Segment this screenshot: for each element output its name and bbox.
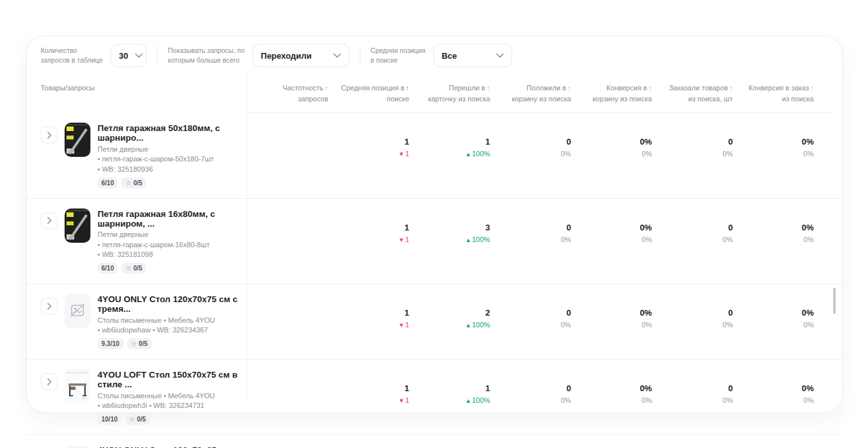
column-header-order-conversion[interactable]: Конверсия в заказ↑из поиска bbox=[733, 83, 814, 104]
metric-cell-avg-position: 1 ▾ 1 bbox=[328, 209, 409, 274]
chevron-right-icon bbox=[47, 378, 52, 385]
chevron-down-icon bbox=[135, 53, 143, 58]
chevron-down-icon bbox=[333, 53, 341, 58]
column-header-frequency[interactable]: Частотность↑запросов bbox=[247, 83, 328, 104]
filter-group-show-by: Показывать запросы, по которым больше вс… bbox=[168, 44, 349, 67]
vertical-scrollbar-thumb[interactable] bbox=[833, 288, 836, 314]
product-category: Столы письменные • Мебель 4YOU bbox=[98, 316, 247, 324]
metric-cell-order-conversion: 0% 0% bbox=[733, 369, 814, 425]
product-cell: Петля гаражная 16x80мм, с шарниром, ... … bbox=[41, 209, 247, 274]
expand-row-button[interactable] bbox=[41, 373, 57, 390]
column-header-cart-conversion[interactable]: Конверсия в↑корзину из поиска bbox=[571, 83, 652, 104]
count-select[interactable]: 30 bbox=[110, 44, 147, 67]
product-thumbnail[interactable] bbox=[65, 123, 90, 157]
sort-arrow-icon: ↑ bbox=[810, 84, 814, 92]
product-thumbnail[interactable] bbox=[65, 209, 90, 243]
metric-cell-frequency bbox=[247, 294, 328, 349]
chevron-right-icon bbox=[47, 303, 52, 310]
metric-cell-cart-conversion: 0% 0% bbox=[571, 123, 652, 188]
product-title[interactable]: 4YOU LOFT Стол 150x70x75 см в стиле ... bbox=[98, 370, 247, 389]
product-category: Петли дверные bbox=[98, 230, 247, 238]
product-thumbnail[interactable] bbox=[65, 445, 90, 448]
metric-cell-card-opens: 2 ▴ 100% bbox=[409, 294, 490, 349]
metric-cell-order-conversion: 0% 0% bbox=[733, 123, 814, 188]
product-info: Петля гаражная 50x180мм, с шарниро... Пе… bbox=[98, 123, 247, 188]
metric-cell-ordered: 0 0% bbox=[652, 123, 732, 188]
hinge-package-image bbox=[65, 209, 90, 243]
metric-cell-cart-conversion: 0% 0% bbox=[571, 294, 652, 349]
metric-cell-frequency bbox=[247, 445, 328, 448]
product-sku: • wb6iudopwh3i • WB: 326234731 bbox=[98, 402, 247, 409]
product-thumbnail[interactable] bbox=[65, 294, 90, 328]
product-badges: 6/10 ☆0/5 bbox=[98, 263, 247, 274]
metric-cell-ordered: 0 0% bbox=[652, 209, 732, 274]
metric-cell-frequency bbox=[247, 369, 328, 425]
column-header-products: Товары/запросы bbox=[41, 83, 247, 104]
table-body: Петля гаражная 50x180мм, с шарниро... Пе… bbox=[26, 113, 842, 448]
star-icon: ☆ bbox=[125, 265, 131, 272]
product-cell: 4YOU LOFT Стол 150x70x75 см в стиле ... … bbox=[41, 369, 247, 425]
filter-avg-position-label: Средняя позиция в поиске bbox=[371, 46, 426, 65]
metric-cell-frequency bbox=[247, 209, 328, 274]
star-icon: ☆ bbox=[129, 416, 135, 423]
no-image-icon bbox=[65, 294, 90, 328]
metric-cell-ordered: 0 0% bbox=[652, 369, 732, 425]
hinge-package-image bbox=[65, 123, 90, 157]
product-title[interactable]: 4YOU ONLY Стол 120x70x75 см с тремя... bbox=[98, 294, 247, 314]
filter-group-count: Количество запросов в таблице 30 bbox=[41, 44, 147, 67]
desk-photo bbox=[65, 445, 90, 448]
column-header-add-to-cart[interactable]: Положили в↑корзину из поиска bbox=[490, 83, 571, 104]
metric-cell-avg-position: 1 ▾ 1 bbox=[328, 369, 409, 425]
reviews-badge: ☆0/5 bbox=[127, 338, 152, 349]
show-by-select[interactable]: Переходили bbox=[253, 44, 349, 67]
star-icon: ☆ bbox=[131, 340, 137, 347]
expand-row-button[interactable] bbox=[41, 127, 57, 143]
product-wb-id: • WB: 325180936 bbox=[98, 165, 247, 173]
chevron-right-icon bbox=[47, 217, 52, 224]
metric-cell-card-opens: 1 ▴ 100% bbox=[409, 445, 490, 448]
metric-cell-order-conversion: 0% 0% bbox=[733, 294, 814, 349]
product-info: 4YOU ONLY Стол 120x70x85 см с тремя... С… bbox=[98, 445, 247, 448]
metric-cell-cart-conversion: 0% 0% bbox=[571, 369, 652, 425]
avg-position-select[interactable]: Все bbox=[433, 44, 512, 67]
product-cell: 4YOU ONLY Стол 120x70x75 см с тремя... С… bbox=[41, 294, 247, 349]
metric-cell-ordered: 0 0% bbox=[652, 294, 732, 349]
expand-row-button[interactable] bbox=[41, 298, 57, 314]
metric-cell-card-opens: 1 ▴ 100% bbox=[409, 369, 490, 425]
rating-badge: 6/10 bbox=[98, 178, 118, 188]
table-row: 4YOU ONLY Стол 120x70x75 см с тремя... С… bbox=[26, 283, 842, 359]
column-header-ordered[interactable]: Заказали товаров↑из поиска, шт bbox=[652, 83, 732, 104]
reviews-badge: ☆0/5 bbox=[121, 178, 146, 188]
reviews-badge: ☆0/5 bbox=[121, 263, 146, 274]
product-badges: 10/10 ☆0/5 bbox=[98, 414, 247, 425]
metric-cell-cart-conversion: 0% 0% bbox=[571, 445, 652, 448]
product-info: 4YOU LOFT Стол 150x70x75 см в стиле ... … bbox=[98, 369, 247, 425]
product-sku: • петля-гараж-с-шаром-50x180-7шт bbox=[98, 155, 247, 163]
table-row: 4YOU ONLY Стол 120x70x85 см с тремя... С… bbox=[26, 434, 842, 448]
metric-cell-cart-conversion: 0% 0% bbox=[571, 209, 652, 274]
filter-count-label: Количество запросов в таблице bbox=[41, 46, 103, 65]
rating-badge: 6/10 bbox=[98, 263, 118, 274]
table-row: 4YOU LOFT Стол 150x70x75 см в стиле ... … bbox=[26, 359, 842, 434]
product-title[interactable]: Петля гаражная 16x80мм, с шарниром, ... bbox=[98, 209, 247, 229]
product-wb-id: • WB: 325181098 bbox=[98, 250, 247, 258]
rating-badge: 9.3/10 bbox=[98, 338, 123, 349]
metric-cell-add-to-cart: 0 0% bbox=[490, 445, 571, 448]
product-thumbnail[interactable] bbox=[65, 369, 90, 403]
product-title[interactable]: 4YOU ONLY Стол 120x70x85 см с тремя... bbox=[98, 445, 247, 448]
product-badges: 9.3/10 ☆0/5 bbox=[98, 338, 247, 349]
star-icon: ☆ bbox=[125, 179, 131, 187]
table-row: Петля гаражная 16x80мм, с шарниром, ... … bbox=[26, 198, 842, 284]
metric-cell-card-opens: 3 ▴ 100% bbox=[409, 209, 490, 274]
table-row: Петля гаражная 50x180мм, с шарниро... Пе… bbox=[26, 113, 842, 198]
table-header: Товары/запросы Частотность↑запросов Сред… bbox=[26, 74, 842, 113]
metric-cell-add-to-cart: 0 0% bbox=[490, 209, 571, 274]
metric-cell-add-to-cart: 0 0% bbox=[490, 294, 571, 349]
expand-row-button[interactable] bbox=[41, 212, 57, 229]
column-header-avg-position[interactable]: Средняя позиция в↑поиске bbox=[328, 83, 409, 104]
metric-cell-avg-position: 1 ▾ 1 bbox=[328, 123, 409, 188]
product-title[interactable]: Петля гаражная 50x180мм, с шарниро... bbox=[98, 123, 247, 143]
chevron-down-icon bbox=[496, 53, 504, 58]
column-header-card-opens[interactable]: Перешли в↑карточку из поиска bbox=[409, 83, 490, 104]
product-badges: 6/10 ☆0/5 bbox=[98, 178, 247, 188]
